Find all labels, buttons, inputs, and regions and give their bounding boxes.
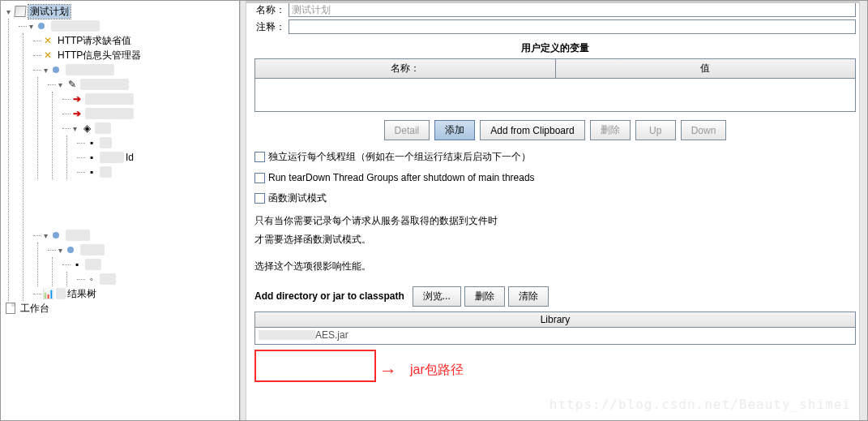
node-icon: ▪ [71, 258, 83, 271]
checkbox-icon[interactable] [254, 193, 265, 204]
node-icon: ▪ [85, 165, 98, 178]
vars-title: 用户定义的变量 [254, 37, 856, 58]
arrow-right-icon: ➔ [71, 107, 83, 120]
independent-checkbox-row[interactable]: 独立运行每个线程组（例如在一个组运行结束后启动下一个） [254, 150, 856, 164]
scrollbar[interactable] [859, 1, 867, 420]
comment-label: 注释： [254, 20, 285, 34]
node-icon [66, 243, 79, 256]
library-table: Library AES.jar [254, 311, 856, 345]
collapse-icon[interactable]: ▾ [56, 80, 64, 88]
tree-item[interactable]: ▾ [33, 228, 236, 243]
tree-item[interactable]: ▾ [19, 19, 236, 33]
funcmode-checkbox-row[interactable]: 函数测试模式 [254, 191, 856, 205]
tree-label: 结果树 [66, 287, 98, 301]
collapse-icon[interactable]: ▾ [41, 231, 49, 239]
library-row[interactable]: AES.jar [255, 328, 855, 344]
library-header[interactable]: Library [255, 312, 855, 328]
vars-col-value[interactable]: 值 [556, 59, 856, 78]
tree-label: 工作台 [19, 302, 51, 316]
info-line2: 才需要选择函数测试模式。 [254, 232, 856, 247]
tree-item-http-header[interactable]: ✕ HTTP信息头管理器 [33, 48, 236, 62]
comment-input[interactable] [289, 19, 856, 34]
node-icon: ▪ [85, 136, 98, 149]
blurred-label [100, 273, 116, 285]
tree-item-result-tree[interactable]: 📊 结果树 [33, 286, 236, 301]
collapse-icon[interactable]: ▾ [71, 124, 79, 132]
info-line1: 只有当你需要记录每个请求从服务器取得的数据到文件时 [254, 213, 856, 229]
blurred-label [95, 122, 111, 134]
add-button[interactable]: 添加 [434, 120, 475, 140]
checkbox-icon[interactable] [254, 173, 265, 183]
node-icon: ◦ [85, 273, 98, 286]
blurred-label [80, 244, 105, 256]
blurred-label [85, 259, 101, 270]
blurred-label [80, 79, 129, 90]
tree-workbench[interactable]: 工作台 [4, 301, 236, 316]
vars-col-name[interactable]: 名称： [255, 59, 556, 78]
split-divider[interactable] [240, 1, 246, 420]
vars-body[interactable] [255, 79, 855, 111]
independent-label: 独立运行每个线程组（例如在一个组运行结束后启动下一个） [268, 150, 531, 164]
wrench-icon: ✕ [41, 49, 54, 62]
detail-button[interactable]: Detail [384, 120, 430, 140]
tree-panel: ▾ 测试计划 ▾ ✕ HTTP请求缺省值 ✕ HTTP信息 [1, 1, 240, 420]
blurred-path [259, 330, 315, 340]
vars-table: 名称： 值 [254, 58, 856, 112]
tree-item[interactable]: ▪ [77, 135, 236, 150]
annotation-box [254, 350, 376, 382]
tree-item-http-defaults[interactable]: ✕ HTTP请求缺省值 [33, 33, 236, 48]
tree-item[interactable]: ▪ [77, 165, 236, 179]
collapse-icon[interactable]: ▾ [56, 246, 64, 254]
blurred-label [85, 93, 134, 105]
tree-item[interactable]: ▪ Id [77, 150, 236, 165]
up-button[interactable]: Up [635, 120, 676, 140]
blurred-label [66, 230, 90, 241]
node-icon [51, 63, 64, 76]
down-button[interactable]: Down [681, 120, 727, 140]
collapse-icon[interactable]: ▾ [4, 7, 12, 15]
wrench-icon: ✕ [41, 34, 54, 47]
funcmode-label: 函数测试模式 [268, 191, 327, 205]
blurred-label [51, 20, 100, 32]
tree-item[interactable]: ▪ [62, 257, 236, 272]
classpath-label: Add directory or jar to classpath [254, 290, 404, 302]
tree-item[interactable]: ▾ ✎ [48, 77, 236, 92]
annotation-arrow-icon: → [379, 360, 397, 381]
clear-button[interactable]: 清除 [508, 286, 549, 307]
blurred-label [100, 152, 124, 163]
name-input[interactable] [289, 2, 856, 17]
tree-item[interactable]: ➔ [62, 106, 236, 121]
tree-item[interactable]: ➔ [62, 92, 236, 106]
add-clipboard-button[interactable]: Add from Clipboard [480, 120, 584, 140]
checkbox-icon[interactable] [254, 152, 265, 162]
teardown-checkbox-row[interactable]: Run tearDown Thread Groups after shutdow… [254, 172, 856, 183]
browse-button[interactable]: 浏览... [413, 286, 461, 307]
tree-item[interactable]: ▾ [33, 62, 236, 77]
blurred-label [66, 64, 114, 75]
library-entry: AES.jar [315, 329, 348, 341]
name-label: 名称： [254, 3, 285, 17]
annotation-text: jar包路径 [410, 362, 464, 379]
flask-icon [14, 5, 27, 18]
collapse-icon[interactable]: ▾ [41, 66, 49, 74]
tree-label: HTTP请求缺省值 [56, 34, 133, 48]
main-panel: 名称： 注释： 用户定义的变量 名称： 值 Detail 添加 Add from… [246, 1, 867, 420]
node-icon [51, 229, 64, 242]
node-icon: ◈ [80, 122, 93, 135]
arrow-right-icon: ➔ [71, 92, 83, 105]
tree-item[interactable]: ▾ [48, 243, 236, 257]
tree-root[interactable]: ▾ 测试计划 [4, 4, 236, 19]
collapse-icon[interactable]: ▾ [27, 22, 35, 30]
tree-label: HTTP信息头管理器 [56, 49, 143, 62]
delete-button[interactable]: 删除 [590, 120, 631, 140]
tree-item[interactable]: ▾ ◈ [62, 121, 236, 135]
teardown-label: Run tearDown Thread Groups after shutdow… [268, 172, 535, 183]
tree-label: Id [124, 152, 135, 163]
blurred-label [85, 108, 134, 119]
cp-delete-button[interactable]: 删除 [464, 286, 505, 307]
tree-item[interactable]: ◦ [77, 272, 236, 286]
node-icon [36, 19, 49, 32]
pencil-icon: ✎ [66, 78, 79, 91]
watermark: https://blog.csdn.net/Beauty_shimei [549, 397, 851, 412]
tree-root-label[interactable]: 测试计划 [28, 5, 71, 19]
